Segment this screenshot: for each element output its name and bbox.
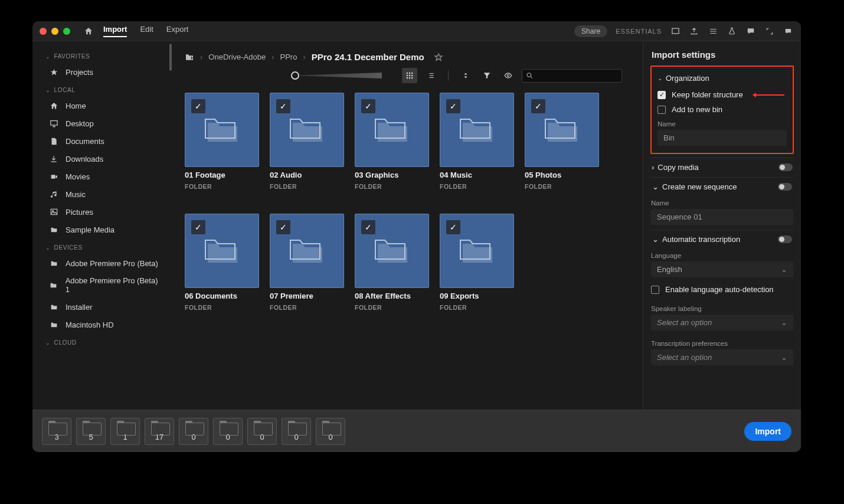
section-transcription-header[interactable]: ⌄ Automatic transcription — [652, 235, 740, 244]
tray-bin[interactable]: 0 — [213, 418, 243, 445]
transcription-toggle[interactable] — [778, 235, 792, 243]
folder-thumbnail[interactable] — [270, 214, 344, 288]
grid-view-button[interactable] — [402, 68, 417, 83]
folder-select-checkbox[interactable] — [361, 99, 375, 113]
sidebar-section-header[interactable]: ⌄FAVORITES — [32, 47, 173, 63]
svg-point-14 — [527, 73, 531, 77]
share-button[interactable]: Share — [574, 25, 607, 37]
sidebar-item-sample-media[interactable]: Sample Media — [32, 221, 173, 238]
auto-detect-language-checkbox[interactable]: Enable language auto-detection — [651, 282, 793, 297]
tray-bin[interactable]: 0 — [247, 418, 277, 445]
sidebar-item-pictures[interactable]: Pictures — [32, 203, 173, 221]
home-icon[interactable] — [83, 27, 94, 36]
create-sequence-toggle[interactable] — [778, 183, 792, 191]
sidebar-scrollbar[interactable] — [169, 44, 172, 71]
close-window[interactable] — [40, 28, 47, 35]
mode-tabs: Import Edit Export — [103, 25, 188, 37]
sidebar-item-music[interactable]: Music — [32, 185, 173, 203]
copy-media-toggle[interactable] — [778, 163, 793, 171]
sort-button[interactable] — [458, 68, 473, 83]
maximize-window[interactable] — [63, 28, 70, 35]
folder-select-checkbox[interactable] — [446, 220, 460, 234]
notification-icon[interactable] — [783, 27, 794, 36]
folder-thumbnail[interactable] — [355, 214, 429, 288]
breadcrumb-item-1[interactable]: PPro — [280, 53, 297, 61]
chevron-right-icon: › — [652, 163, 654, 172]
folder-thumbnail[interactable] — [355, 93, 429, 167]
sidebar-item-home[interactable]: Home — [32, 97, 173, 114]
sidebar-item-macintosh-hd[interactable]: Macintosh HD — [32, 316, 173, 333]
import-button[interactable]: Import — [744, 422, 791, 441]
speaker-labeling-select[interactable]: Select an option⌄ — [651, 315, 793, 330]
tray-bin[interactable]: 0 — [179, 418, 208, 445]
tray-bin[interactable]: 17 — [145, 418, 174, 445]
section-create-sequence-header[interactable]: ⌄ Create new sequence — [652, 182, 737, 191]
breadcrumb-item-0[interactable]: OneDrive-Adobe — [208, 53, 266, 61]
share-export-icon[interactable] — [689, 27, 699, 36]
tray-bin[interactable]: 0 — [316, 418, 345, 445]
tab-export[interactable]: Export — [166, 25, 189, 37]
bin-name-input[interactable]: Bin — [657, 130, 787, 146]
folder-thumbnail[interactable] — [525, 93, 599, 167]
folder-thumbnail[interactable] — [440, 214, 514, 288]
folder-nav-icon[interactable] — [185, 53, 194, 62]
sequence-name-input[interactable]: Sequence 01 — [651, 209, 793, 225]
tab-edit[interactable]: Edit — [140, 25, 153, 37]
app-window: Import Edit Export Share ESSENTIALS ⌄FAV… — [32, 21, 801, 452]
folder-thumbnail[interactable] — [270, 93, 344, 167]
quick-export-icon[interactable] — [670, 27, 681, 36]
folder-thumbnail[interactable] — [185, 93, 259, 167]
section-copy-media[interactable]: › Copy media — [650, 158, 794, 176]
thumbnail-zoom-slider[interactable] — [291, 71, 382, 80]
folder-select-checkbox[interactable] — [191, 220, 205, 234]
svg-rect-9 — [411, 75, 413, 76]
sidebar-section-header[interactable]: ⌄CLOUD — [32, 333, 173, 349]
sidebar-item-adobe-premiere-pro-beta-1[interactable]: Adobe Premiere Pro (Beta) 1 — [32, 272, 173, 298]
sidebar-item-installer[interactable]: Installer — [32, 298, 173, 316]
section-create-sequence: ⌄ Create new sequence Name Sequence 01 — [650, 176, 794, 225]
add-to-new-bin-checkbox[interactable]: Add to new bin — [657, 102, 787, 117]
tab-import[interactable]: Import — [103, 25, 127, 37]
folder-select-checkbox[interactable] — [276, 99, 290, 113]
bin-name-label: Name — [657, 117, 787, 130]
list-view-button[interactable] — [423, 68, 439, 83]
folder-thumbnail[interactable] — [185, 214, 259, 288]
folder-select-checkbox[interactable] — [531, 99, 545, 113]
sidebar-item-downloads[interactable]: Downloads — [32, 150, 173, 168]
sidebar-section-header[interactable]: ⌄LOCAL — [32, 81, 173, 97]
beaker-icon[interactable] — [727, 27, 737, 36]
search-input[interactable] — [534, 71, 618, 80]
keep-folder-structure-checkbox[interactable]: Keep folder structure — [657, 87, 787, 102]
preview-eye-icon[interactable] — [500, 68, 516, 83]
sidebar-item-movies[interactable]: Movies — [32, 168, 173, 185]
tray-bin[interactable]: 3 — [42, 418, 71, 445]
settings-lines-icon[interactable] — [708, 27, 718, 36]
folder-select-checkbox[interactable] — [446, 99, 460, 113]
fullscreen-icon[interactable] — [764, 27, 775, 36]
language-select[interactable]: English⌄ — [651, 261, 793, 277]
tray-bin[interactable]: 0 — [282, 418, 311, 445]
folder-thumbnail[interactable] — [440, 93, 514, 167]
folder-name: 01 Footage — [185, 171, 259, 179]
favorite-star-icon[interactable] — [434, 53, 443, 62]
transcription-pref-select[interactable]: Select an option⌄ — [651, 349, 793, 365]
search-box[interactable] — [522, 69, 622, 83]
section-organization-header[interactable]: ⌄ Organization — [656, 70, 788, 86]
folder-select-checkbox[interactable] — [276, 220, 290, 234]
tray-bin[interactable]: 5 — [76, 418, 106, 445]
folder-name: 02 Audio — [270, 171, 344, 179]
filter-icon[interactable] — [479, 68, 495, 83]
section-transcription: ⌄ Automatic transcription Language Engli… — [650, 229, 794, 366]
sidebar-item-projects[interactable]: Projects — [32, 63, 173, 81]
minimize-window[interactable] — [51, 28, 58, 35]
sidebar-item-desktop[interactable]: Desktop — [32, 114, 173, 132]
folder-icon — [204, 238, 241, 266]
chat-icon[interactable] — [745, 27, 756, 36]
breadcrumb-current[interactable]: PPro 24.1 December Demo — [312, 52, 424, 62]
sidebar-item-documents[interactable]: Documents — [32, 132, 173, 150]
folder-select-checkbox[interactable] — [361, 220, 375, 234]
sidebar-section-header[interactable]: ⌄DEVICES — [32, 238, 173, 254]
tray-bin[interactable]: 1 — [110, 418, 140, 445]
folder-select-checkbox[interactable] — [191, 99, 205, 113]
sidebar-item-adobe-premiere-pro-beta-[interactable]: Adobe Premiere Pro (Beta) — [32, 254, 173, 272]
